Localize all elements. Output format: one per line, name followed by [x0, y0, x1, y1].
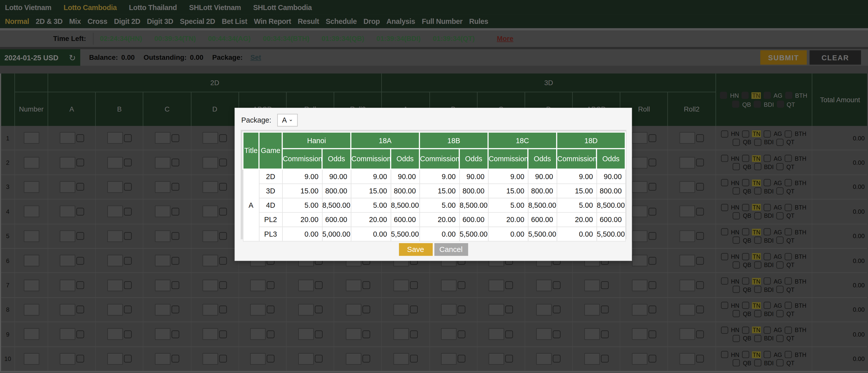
18b-commission: 15.00	[420, 184, 459, 198]
18c-odds: 90.00	[528, 169, 557, 183]
18a-odds: 90.00	[391, 169, 419, 183]
hanoi-odds: 5,000.00	[322, 227, 351, 241]
group-header-18a: 18A	[351, 132, 420, 149]
18c-odds: 5,500.00	[528, 227, 557, 241]
game-name: 4D	[259, 198, 282, 212]
18c-commission: 0.00	[488, 227, 528, 241]
package-table-head: TitleGameHanoi18A18B18C18DCommissionOdds…	[243, 132, 625, 169]
game-name: 3D	[259, 184, 282, 198]
group-header-18c: 18C	[488, 132, 557, 149]
18d-odds: 90.00	[597, 169, 625, 183]
game-header: Game	[259, 132, 282, 169]
18c-commission: 15.00	[488, 184, 528, 198]
18a-commission: 9.00	[351, 169, 391, 183]
hanoi-odds: 800.00	[322, 184, 351, 198]
hanoi-commission: 5.00	[282, 198, 322, 212]
18a-odds: 5,500.00	[391, 227, 419, 241]
page: Lotto VietnamLotto CambodiaLotto Thailan…	[0, 0, 868, 373]
chevron-down-icon: ⌄	[288, 116, 293, 122]
package-table: TitleGameHanoi18A18B18C18DCommissionOdds…	[243, 132, 626, 242]
hanoi-odds: 90.00	[322, 169, 351, 183]
18b-commission: 20.00	[420, 212, 459, 227]
18b-odds: 5,500.00	[459, 227, 488, 241]
18a-odds: 8,500.00	[391, 198, 419, 212]
18d-commission: 9.00	[557, 169, 596, 183]
18d-commission-header: Commission	[557, 149, 596, 169]
18a-commission: 0.00	[351, 227, 391, 241]
package-row-2d: A2D9.0090.009.0090.009.0090.009.0090.009…	[243, 169, 625, 183]
hanoi-commission-header: Commission	[282, 149, 322, 169]
package-row-4d: 4D5.008,500.005.008,500.005.008,500.005.…	[243, 198, 625, 212]
package-row-pl3: PL30.005,000.000.005,500.000.005,500.000…	[243, 227, 625, 241]
dialog-buttons: Save Cancel	[235, 243, 631, 256]
18c-odds-header: Odds	[528, 149, 557, 169]
18b-odds: 90.00	[459, 169, 488, 183]
cancel-button[interactable]: Cancel	[434, 243, 468, 256]
game-name: PL3	[259, 227, 282, 241]
package-select-label: Package:	[241, 116, 271, 124]
18a-commission: 15.00	[351, 184, 391, 198]
18b-odds: 8,500.00	[459, 198, 488, 212]
title-value: A	[243, 169, 259, 241]
18c-odds: 8,500.00	[528, 198, 557, 212]
18c-odds: 800.00	[528, 184, 557, 198]
18d-commission: 20.00	[557, 212, 596, 227]
18c-commission-header: Commission	[488, 149, 528, 169]
18d-odds: 800.00	[597, 184, 625, 198]
save-button[interactable]: Save	[399, 243, 432, 256]
hanoi-commission: 20.00	[282, 212, 322, 227]
group-header-18d: 18D	[557, 132, 625, 149]
18a-commission: 5.00	[351, 198, 391, 212]
18b-commission: 9.00	[420, 169, 459, 183]
18b-odds: 600.00	[459, 212, 488, 227]
group-header-hanoi: Hanoi	[282, 132, 351, 149]
package-row-pl2: PL220.00600.0020.00600.0020.00600.0020.0…	[243, 212, 625, 227]
18b-odds-header: Odds	[459, 149, 488, 169]
group-header-18b: 18B	[420, 132, 488, 149]
18a-odds: 600.00	[391, 212, 419, 227]
18a-commission: 20.00	[351, 212, 391, 227]
package-table-container: TitleGameHanoi18A18B18C18DCommissionOdds…	[241, 130, 626, 239]
game-name: PL2	[259, 212, 282, 227]
header-row-groups: TitleGameHanoi18A18B18C18D	[243, 132, 625, 149]
package-select-row: Package: A ⌄	[241, 113, 298, 127]
hanoi-commission: 15.00	[282, 184, 322, 198]
header-row-subs: CommissionOddsCommissionOddsCommissionOd…	[243, 149, 625, 169]
package-select[interactable]: A ⌄	[277, 113, 298, 126]
package-dialog: Package: A ⌄ TitleGameHanoi18A18B18C18DC…	[235, 108, 632, 261]
18d-odds-header: Odds	[597, 149, 625, 169]
hanoi-commission: 0.00	[282, 227, 322, 241]
18b-commission-header: Commission	[420, 149, 459, 169]
18d-commission: 15.00	[557, 184, 596, 198]
package-select-value: A	[282, 116, 287, 124]
18c-commission: 9.00	[488, 169, 528, 183]
hanoi-odds: 600.00	[322, 212, 351, 227]
18d-odds: 8,500.00	[597, 198, 625, 212]
18c-commission: 5.00	[488, 198, 528, 212]
18b-odds: 800.00	[459, 184, 488, 198]
hanoi-odds-header: Odds	[322, 149, 351, 169]
18c-odds: 600.00	[528, 212, 557, 227]
package-row-3d: 3D15.00800.0015.00800.0015.00800.0015.00…	[243, 184, 625, 198]
18b-commission: 0.00	[420, 227, 459, 241]
title-header: Title	[243, 132, 259, 169]
package-table-body: A2D9.0090.009.0090.009.0090.009.0090.009…	[243, 169, 625, 241]
18d-commission: 5.00	[557, 198, 596, 212]
hanoi-odds: 8,500.00	[322, 198, 351, 212]
18d-commission: 0.00	[557, 227, 596, 241]
game-name: 2D	[259, 169, 282, 183]
18b-commission: 5.00	[420, 198, 459, 212]
18d-odds: 600.00	[597, 212, 625, 227]
18a-odds-header: Odds	[391, 149, 419, 169]
hanoi-commission: 9.00	[282, 169, 322, 183]
18d-odds: 5,500.00	[597, 227, 625, 241]
18a-commission-header: Commission	[351, 149, 391, 169]
18a-odds: 800.00	[391, 184, 419, 198]
18c-commission: 20.00	[488, 212, 528, 227]
